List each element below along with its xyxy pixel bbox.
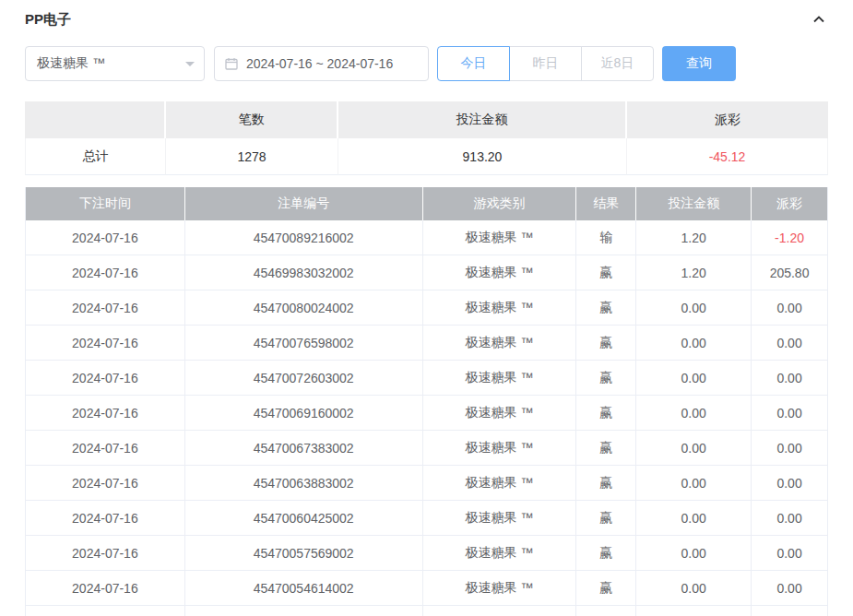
collapse-button[interactable] xyxy=(810,10,828,29)
table-row: 2024-07-16 45470057569002 极速糖果 ™ 赢 0.00 … xyxy=(26,536,828,571)
cell-bet-time: 2024-07-16 xyxy=(26,326,185,361)
cell-bet-amount: 0.00 xyxy=(636,396,752,431)
table-row: 2024-07-16 45470080024002 极速糖果 ™ 赢 0.00 … xyxy=(26,290,828,326)
summary-total-payout: -45.12 xyxy=(627,138,828,175)
cell-order-id: 45470072603002 xyxy=(185,361,423,396)
cell-game-type: 极速糖果 ™ xyxy=(423,431,577,466)
summary-header-payout: 派彩 xyxy=(627,101,828,138)
cell-payout: 0.00 xyxy=(752,501,828,536)
cell-order-id: 45470060425002 xyxy=(185,501,423,536)
cell-bet-time: 2024-07-16 xyxy=(26,466,185,501)
cell-bet-time: 2024-07-16 xyxy=(26,255,185,290)
header-bet-amount: 投注金额 xyxy=(636,187,752,220)
cell-order-id: 45470089216002 xyxy=(185,220,423,255)
header-result: 结果 xyxy=(576,187,636,220)
cell-bet-time: 2024-07-16 xyxy=(26,571,185,606)
cell-game-type: 极速糖果 ™ xyxy=(423,501,577,536)
cell-payout: 0.00 xyxy=(752,290,828,326)
cell-order-id: 45470069160002 xyxy=(185,396,423,431)
cell-result: 赢 xyxy=(576,255,636,290)
summary-header-bet-amount: 投注金额 xyxy=(338,101,627,138)
table-row: 2024-07-16 45470054614002 极速糖果 ™ 赢 0.00 … xyxy=(26,571,828,606)
table-header-row: 下注时间 注单编号 游戏类别 结果 投注金额 派彩 xyxy=(26,187,828,220)
cell-bet-amount: 0.00 xyxy=(636,326,752,361)
table-row: 2024-07-16 45470076598002 极速糖果 ™ 赢 0.00 … xyxy=(26,326,828,361)
pp-electronic-panel: PP电子 极速糖果 ™ 2024-07-16 ~ 2024-07-16 今日 昨… xyxy=(0,0,853,616)
summary-total-bet-amount: 913.20 xyxy=(338,138,627,175)
cell-bet-amount: 0.00 xyxy=(636,361,752,396)
cell-game-type: 极速糖果 ™ xyxy=(423,255,577,290)
cell-bet-amount: 0.00 xyxy=(636,290,752,326)
cell-payout: 0.00 xyxy=(752,361,828,396)
game-select[interactable]: 极速糖果 ™ xyxy=(25,46,205,81)
cell-bet-time: 2024-07-16 xyxy=(26,431,185,466)
cell-payout: 0.00 xyxy=(752,536,828,571)
cell-game-type: 极速糖果 ™ xyxy=(423,290,577,326)
summary-header-row: 笔数 投注金额 派彩 xyxy=(25,101,828,138)
header-game-type: 游戏类别 xyxy=(423,187,577,220)
date-range-input[interactable]: 2024-07-16 ~ 2024-07-16 xyxy=(214,46,429,81)
cell-result: 赢 xyxy=(576,396,636,431)
cell-bet-time: 2024-07-16 xyxy=(26,396,185,431)
cell-payout: -1.20 xyxy=(752,220,828,255)
cell-bet-amount: 0.00 xyxy=(636,466,752,501)
cell-bet-amount: 0.00 xyxy=(636,501,752,536)
cell-game-type: 极速糖果 ™ xyxy=(423,326,577,361)
cell-result: 赢 xyxy=(576,571,636,606)
cell-bet-amount: 0.00 xyxy=(636,536,752,571)
table-row: 2024-07-16 45470089216002 极速糖果 ™ 输 1.20 … xyxy=(26,220,828,255)
header-order-id: 注单编号 xyxy=(185,187,423,220)
cell-bet-amount: 1.20 xyxy=(636,220,752,255)
cell-game-type: 极速糖果 ™ xyxy=(423,396,577,431)
date-range-value: 2024-07-16 ~ 2024-07-16 xyxy=(246,56,393,71)
cell-bet-amount: 1.20 xyxy=(636,255,752,290)
cell-game-type: 极速糖果 ™ xyxy=(423,571,577,606)
cell-game-type: 极速糖果 ™ xyxy=(423,466,577,501)
quick-range-group: 今日 昨日 近8日 xyxy=(437,46,654,81)
table-row: 2024-07-16 45470063883002 极速糖果 ™ 赢 0.00 … xyxy=(26,466,828,501)
summary-header-blank xyxy=(25,101,166,138)
cell-order-id: 45470057569002 xyxy=(185,536,423,571)
cell-payout: 0.00 xyxy=(752,571,828,606)
bets-table: 下注时间 注单编号 游戏类别 结果 投注金额 派彩 2024-07-16 454… xyxy=(25,187,828,616)
yesterday-button[interactable]: 昨日 xyxy=(509,46,582,81)
table-row: 2024-07-16 45470060425002 极速糖果 ™ 赢 0.00 … xyxy=(26,501,828,536)
header-payout: 派彩 xyxy=(752,187,828,220)
table-row: 2024-07-16 45470067383002 极速糖果 ™ 赢 0.00 … xyxy=(26,431,828,466)
cell-bet-amount: 0.00 xyxy=(636,431,752,466)
chevron-up-icon xyxy=(812,12,826,27)
summary-total-label: 总计 xyxy=(25,138,166,175)
cell-result: 赢 xyxy=(576,431,636,466)
last-8-days-button[interactable]: 近8日 xyxy=(581,46,654,81)
cell-payout: 0.00 xyxy=(752,431,828,466)
cell-game-type: 极速糖果 ™ xyxy=(423,536,577,571)
game-select-value: 极速糖果 ™ xyxy=(37,55,105,72)
calendar-icon xyxy=(224,56,239,71)
cell-result: 赢 xyxy=(576,501,636,536)
cell-game-type: 极速糖果 ™ xyxy=(423,361,577,396)
cell-order-id: 45470054614002 xyxy=(185,571,423,606)
today-button[interactable]: 今日 xyxy=(437,46,510,81)
cell-game-type: 极速糖果 ™ xyxy=(423,220,577,255)
search-button[interactable]: 查询 xyxy=(662,46,736,81)
table-row: 2024-07-16 45470069160002 极速糖果 ™ 赢 0.00 … xyxy=(26,396,828,431)
cell-result: 输 xyxy=(576,220,636,255)
cell-result: 赢 xyxy=(576,361,636,396)
cell-bet-time: 2024-07-16 xyxy=(26,536,185,571)
cell-payout: 0.00 xyxy=(752,396,828,431)
cell-result: 赢 xyxy=(576,536,636,571)
cell-payout: 0.00 xyxy=(752,466,828,501)
header-bet-time: 下注时间 xyxy=(26,187,185,220)
cell-order-id: 45470067383002 xyxy=(185,431,423,466)
table-row: 2024-07-16 45470072603002 极速糖果 ™ 赢 0.00 … xyxy=(26,361,828,396)
cell-order-id: 45470063883002 xyxy=(185,466,423,501)
cell-bet-amount: 0.00 xyxy=(636,571,752,606)
cell-result: 赢 xyxy=(576,326,636,361)
cell-bet-time: 2024-07-16 xyxy=(26,501,185,536)
cell-result: 赢 xyxy=(576,290,636,326)
table-row: 2024-07-16 45469983032002 极速糖果 ™ 赢 1.20 … xyxy=(26,255,828,290)
page-title: PP电子 xyxy=(25,11,71,29)
cell-order-id: 45470076598002 xyxy=(185,326,423,361)
cell-order-id: 45470080024002 xyxy=(185,290,423,326)
summary-header-count: 笔数 xyxy=(166,101,338,138)
